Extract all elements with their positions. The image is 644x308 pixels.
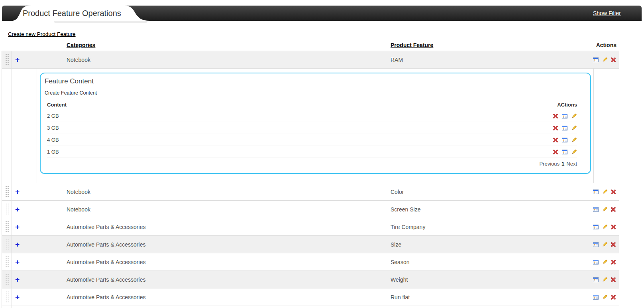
delete-icon[interactable]: [552, 137, 559, 143]
table-row: + Automotive Parts & Accessories Weight: [2, 270, 619, 288]
page: Product Feature Operations Show Filter C…: [0, 0, 644, 308]
edit-icon[interactable]: [571, 125, 577, 131]
drag-handle-cell: [2, 288, 12, 306]
expand-button[interactable]: +: [15, 223, 20, 231]
drag-handle[interactable]: [5, 186, 9, 198]
details-icon[interactable]: [593, 259, 599, 265]
actions-cell: [590, 253, 619, 270]
expand-cell: +: [12, 271, 28, 288]
details-icon[interactable]: [562, 113, 568, 119]
drag-handle[interactable]: [5, 256, 9, 268]
delete-icon[interactable]: [610, 224, 617, 230]
expand-button[interactable]: +: [15, 56, 20, 63]
table-row: + Automotive Parts & Accessories Tire Co…: [2, 218, 619, 235]
content-cell: 3 GB: [47, 125, 59, 131]
drag-handle[interactable]: [5, 238, 9, 251]
details-icon[interactable]: [593, 189, 599, 195]
actions-cell: [590, 201, 619, 218]
edit-icon[interactable]: [601, 224, 608, 230]
drag-handle-cell: [2, 183, 12, 200]
drag-handle[interactable]: [5, 203, 9, 215]
drag-handle-cell: [2, 271, 12, 288]
edit-icon[interactable]: [601, 189, 608, 195]
edit-icon[interactable]: [571, 113, 577, 119]
expand-cell: +: [12, 218, 28, 235]
delete-icon[interactable]: [552, 125, 559, 131]
pagination-next[interactable]: Next: [566, 161, 577, 167]
delete-icon[interactable]: [610, 57, 617, 63]
edit-icon[interactable]: [601, 276, 608, 283]
feature-cell: Run flat: [391, 288, 590, 306]
pagination: Previous 1 Next: [47, 158, 577, 169]
content-cell: 1 GB: [47, 149, 59, 155]
category-cell: Automotive Parts & Accessories: [28, 218, 391, 235]
details-icon[interactable]: [593, 241, 599, 248]
pagination-page-1[interactable]: 1: [562, 161, 564, 167]
content-table-body: 2 GB 3 GB 4 GB: [47, 110, 577, 158]
delete-icon[interactable]: [552, 149, 559, 155]
pagination-previous[interactable]: Previous: [539, 161, 560, 167]
table-header-row: Categories Product Feature Actions: [2, 39, 619, 51]
content-row: 4 GB: [47, 134, 577, 146]
details-icon[interactable]: [593, 57, 599, 63]
feature-content-table: Content ACtions 2 GB 3 GB: [47, 100, 577, 169]
feature-cell: Season: [391, 253, 590, 270]
expand-cell: +: [12, 183, 28, 200]
details-icon[interactable]: [593, 206, 599, 213]
edit-icon[interactable]: [601, 206, 608, 213]
expand-cell: +: [12, 51, 28, 68]
details-icon[interactable]: [593, 294, 599, 300]
drag-handle-cell: [2, 306, 12, 308]
edit-icon[interactable]: [601, 294, 608, 300]
content-cell: 4 GB: [47, 137, 59, 143]
expanded-detail-row: Feature Content Create Feature Content C…: [2, 68, 619, 183]
delete-icon[interactable]: [610, 189, 617, 195]
delete-icon[interactable]: [610, 276, 617, 283]
drag-handle[interactable]: [5, 291, 9, 303]
edit-icon[interactable]: [571, 137, 577, 143]
drag-handle[interactable]: [5, 273, 9, 286]
expand-cell: +: [12, 201, 28, 218]
edit-icon[interactable]: [571, 149, 577, 155]
delete-icon[interactable]: [610, 241, 617, 248]
table-row: + Notebook RAM: [2, 51, 619, 68]
feature-cell: Weight: [391, 271, 590, 288]
create-product-feature-link[interactable]: Create new Product Feature: [8, 31, 76, 37]
column-header-categories[interactable]: Categories: [67, 42, 95, 48]
feature-cell: Screen Size: [391, 201, 590, 218]
details-icon[interactable]: [593, 224, 599, 230]
details-icon[interactable]: [562, 137, 568, 143]
column-header-product-feature[interactable]: Product Feature: [391, 42, 433, 48]
content-cell: 2 GB: [47, 113, 59, 119]
show-filter-link[interactable]: Show Filter: [593, 10, 621, 16]
delete-icon[interactable]: [552, 113, 559, 119]
expand-button[interactable]: +: [15, 241, 20, 248]
drag-handle[interactable]: [5, 221, 9, 233]
delete-icon[interactable]: [610, 259, 617, 265]
expand-button[interactable]: +: [15, 205, 20, 213]
details-icon[interactable]: [562, 149, 568, 155]
delete-icon[interactable]: [610, 294, 617, 300]
column-header-actions: Actions: [590, 42, 619, 48]
edit-icon[interactable]: [601, 57, 608, 63]
expand-button[interactable]: +: [15, 293, 20, 301]
table-row: + Notebook Screen Size: [2, 200, 619, 218]
drag-handle-cell: [2, 201, 12, 218]
drag-handle[interactable]: [5, 53, 9, 66]
expand-button[interactable]: +: [15, 188, 20, 195]
delete-icon[interactable]: [610, 206, 617, 213]
table-row: + Automotive Parts & Accessories Season: [2, 253, 619, 270]
create-feature-content-link[interactable]: Create Feature Content: [45, 90, 97, 96]
drag-handle-cell: [2, 253, 12, 270]
edit-icon[interactable]: [601, 241, 608, 248]
drag-handle-cell: [2, 236, 12, 253]
edit-icon[interactable]: [601, 259, 608, 265]
feature-table-body: + Notebook RAM Feature Content Create Fe…: [2, 51, 619, 306]
details-icon[interactable]: [593, 276, 599, 283]
details-icon[interactable]: [562, 125, 568, 131]
expand-button[interactable]: +: [15, 258, 20, 266]
expand-button[interactable]: +: [15, 276, 20, 283]
content-actions-cell: [552, 137, 577, 143]
top-bar: Product Feature Operations Show Filter: [2, 6, 642, 21]
category-cell: Automotive Parts & Accessories: [28, 253, 391, 270]
